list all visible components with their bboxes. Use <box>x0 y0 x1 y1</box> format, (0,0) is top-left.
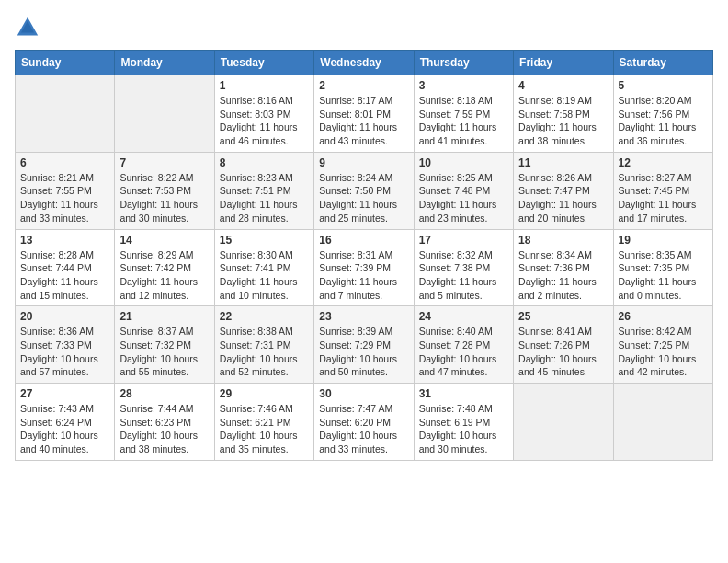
header-cell-sunday: Sunday <box>16 51 115 75</box>
calendar-table: SundayMondayTuesdayWednesdayThursdayFrid… <box>15 50 713 461</box>
day-cell: 31Sunrise: 7:48 AM Sunset: 6:19 PM Dayli… <box>414 384 513 461</box>
day-cell: 10Sunrise: 8:25 AM Sunset: 7:48 PM Dayli… <box>414 152 513 229</box>
day-number: 9 <box>319 156 408 169</box>
calendar-body: 1Sunrise: 8:16 AM Sunset: 8:03 PM Daylig… <box>16 75 713 461</box>
day-cell: 21Sunrise: 8:37 AM Sunset: 7:32 PM Dayli… <box>115 306 214 384</box>
day-info: Sunrise: 7:48 AM Sunset: 6:19 PM Dayligh… <box>419 402 508 456</box>
day-info: Sunrise: 8:24 AM Sunset: 7:50 PM Dayligh… <box>319 171 408 225</box>
day-number: 31 <box>419 387 508 400</box>
day-cell: 13Sunrise: 8:28 AM Sunset: 7:44 PM Dayli… <box>16 229 115 306</box>
week-row-1: 6Sunrise: 8:21 AM Sunset: 7:55 PM Daylig… <box>16 152 713 229</box>
day-info: Sunrise: 8:17 AM Sunset: 8:01 PM Dayligh… <box>319 94 408 148</box>
day-info: Sunrise: 8:29 AM Sunset: 7:42 PM Dayligh… <box>119 248 209 303</box>
day-cell: 23Sunrise: 8:39 AM Sunset: 7:29 PM Dayli… <box>314 306 414 384</box>
day-cell: 12Sunrise: 8:27 AM Sunset: 7:45 PM Dayli… <box>613 152 712 229</box>
day-info: Sunrise: 7:43 AM Sunset: 6:24 PM Dayligh… <box>20 402 109 456</box>
day-cell: 30Sunrise: 7:47 AM Sunset: 6:20 PM Dayli… <box>314 384 414 461</box>
day-cell: 24Sunrise: 8:40 AM Sunset: 7:28 PM Dayli… <box>414 306 513 384</box>
header-cell-thursday: Thursday <box>414 51 513 75</box>
day-info: Sunrise: 8:18 AM Sunset: 7:59 PM Dayligh… <box>419 94 508 148</box>
day-number: 29 <box>220 387 309 400</box>
day-cell: 27Sunrise: 7:43 AM Sunset: 6:24 PM Dayli… <box>16 384 115 461</box>
day-info: Sunrise: 8:36 AM Sunset: 7:33 PM Dayligh… <box>20 325 109 379</box>
day-info: Sunrise: 7:44 AM Sunset: 6:23 PM Dayligh… <box>119 402 209 456</box>
day-cell: 2Sunrise: 8:17 AM Sunset: 8:01 PM Daylig… <box>314 75 414 153</box>
day-number: 23 <box>319 310 408 323</box>
day-number: 17 <box>419 234 508 247</box>
day-cell: 17Sunrise: 8:32 AM Sunset: 7:38 PM Dayli… <box>414 229 513 306</box>
day-info: Sunrise: 8:20 AM Sunset: 7:56 PM Dayligh… <box>619 94 708 148</box>
day-info: Sunrise: 8:41 AM Sunset: 7:26 PM Dayligh… <box>518 325 608 379</box>
day-cell: 19Sunrise: 8:35 AM Sunset: 7:35 PM Dayli… <box>613 229 712 306</box>
page-header <box>15 15 713 40</box>
day-info: Sunrise: 8:21 AM Sunset: 7:55 PM Dayligh… <box>20 171 109 225</box>
day-number: 4 <box>518 79 608 92</box>
day-number: 19 <box>619 234 708 247</box>
day-info: Sunrise: 8:25 AM Sunset: 7:48 PM Dayligh… <box>419 171 508 225</box>
day-number: 28 <box>119 387 209 400</box>
day-info: Sunrise: 8:40 AM Sunset: 7:28 PM Dayligh… <box>419 325 508 379</box>
day-info: Sunrise: 8:34 AM Sunset: 7:36 PM Dayligh… <box>518 248 608 303</box>
day-info: Sunrise: 8:37 AM Sunset: 7:32 PM Dayligh… <box>119 325 209 379</box>
day-cell: 15Sunrise: 8:30 AM Sunset: 7:41 PM Dayli… <box>214 229 313 306</box>
day-number: 8 <box>220 156 309 169</box>
day-info: Sunrise: 8:16 AM Sunset: 8:03 PM Dayligh… <box>220 94 309 148</box>
day-info: Sunrise: 8:39 AM Sunset: 7:29 PM Dayligh… <box>319 325 408 379</box>
day-cell: 5Sunrise: 8:20 AM Sunset: 7:56 PM Daylig… <box>613 75 712 153</box>
day-cell: 3Sunrise: 8:18 AM Sunset: 7:59 PM Daylig… <box>414 75 513 153</box>
day-cell: 6Sunrise: 8:21 AM Sunset: 7:55 PM Daylig… <box>16 152 115 229</box>
day-info: Sunrise: 8:27 AM Sunset: 7:45 PM Dayligh… <box>619 171 708 225</box>
header-cell-tuesday: Tuesday <box>214 51 313 75</box>
day-info: Sunrise: 8:42 AM Sunset: 7:25 PM Dayligh… <box>619 325 708 379</box>
day-number: 1 <box>220 79 309 92</box>
week-row-2: 13Sunrise: 8:28 AM Sunset: 7:44 PM Dayli… <box>16 229 713 306</box>
day-cell <box>115 75 214 153</box>
day-number: 18 <box>518 234 608 247</box>
day-info: Sunrise: 8:35 AM Sunset: 7:35 PM Dayligh… <box>619 248 708 303</box>
day-number: 20 <box>20 310 109 323</box>
day-info: Sunrise: 8:38 AM Sunset: 7:31 PM Dayligh… <box>220 325 309 379</box>
header-cell-friday: Friday <box>514 51 613 75</box>
logo <box>15 15 44 40</box>
day-number: 26 <box>619 310 708 323</box>
day-cell: 26Sunrise: 8:42 AM Sunset: 7:25 PM Dayli… <box>613 306 712 384</box>
day-info: Sunrise: 8:31 AM Sunset: 7:39 PM Dayligh… <box>319 248 408 303</box>
day-info: Sunrise: 8:23 AM Sunset: 7:51 PM Dayligh… <box>220 171 309 225</box>
day-cell <box>613 384 712 461</box>
day-number: 10 <box>419 156 508 169</box>
day-number: 27 <box>20 387 109 400</box>
day-number: 16 <box>319 234 408 247</box>
day-cell: 14Sunrise: 8:29 AM Sunset: 7:42 PM Dayli… <box>115 229 214 306</box>
day-info: Sunrise: 7:47 AM Sunset: 6:20 PM Dayligh… <box>319 402 408 456</box>
day-info: Sunrise: 8:28 AM Sunset: 7:44 PM Dayligh… <box>20 248 109 303</box>
day-number: 30 <box>319 387 408 400</box>
day-info: Sunrise: 8:19 AM Sunset: 7:58 PM Dayligh… <box>518 94 608 148</box>
day-number: 6 <box>20 156 109 169</box>
day-cell: 22Sunrise: 8:38 AM Sunset: 7:31 PM Dayli… <box>214 306 313 384</box>
day-info: Sunrise: 8:26 AM Sunset: 7:47 PM Dayligh… <box>518 171 608 225</box>
day-info: Sunrise: 8:32 AM Sunset: 7:38 PM Dayligh… <box>419 248 508 303</box>
day-number: 25 <box>518 310 608 323</box>
day-number: 15 <box>220 234 309 247</box>
day-cell: 7Sunrise: 8:22 AM Sunset: 7:53 PM Daylig… <box>115 152 214 229</box>
header-cell-saturday: Saturday <box>613 51 712 75</box>
day-cell: 20Sunrise: 8:36 AM Sunset: 7:33 PM Dayli… <box>16 306 115 384</box>
day-cell: 4Sunrise: 8:19 AM Sunset: 7:58 PM Daylig… <box>514 75 613 153</box>
day-number: 11 <box>518 156 608 169</box>
day-cell: 1Sunrise: 8:16 AM Sunset: 8:03 PM Daylig… <box>214 75 313 153</box>
day-info: Sunrise: 8:22 AM Sunset: 7:53 PM Dayligh… <box>119 171 209 225</box>
day-cell: 25Sunrise: 8:41 AM Sunset: 7:26 PM Dayli… <box>514 306 613 384</box>
day-number: 22 <box>220 310 309 323</box>
day-cell <box>16 75 115 153</box>
day-number: 7 <box>119 156 209 169</box>
week-row-4: 27Sunrise: 7:43 AM Sunset: 6:24 PM Dayli… <box>16 384 713 461</box>
day-cell: 9Sunrise: 8:24 AM Sunset: 7:50 PM Daylig… <box>314 152 414 229</box>
day-number: 5 <box>619 79 708 92</box>
day-info: Sunrise: 8:30 AM Sunset: 7:41 PM Dayligh… <box>220 248 309 303</box>
day-cell: 28Sunrise: 7:44 AM Sunset: 6:23 PM Dayli… <box>115 384 214 461</box>
header-cell-monday: Monday <box>115 51 214 75</box>
day-number: 3 <box>419 79 508 92</box>
header-row: SundayMondayTuesdayWednesdayThursdayFrid… <box>16 51 713 75</box>
header-cell-wednesday: Wednesday <box>314 51 414 75</box>
logo-icon <box>15 15 40 40</box>
